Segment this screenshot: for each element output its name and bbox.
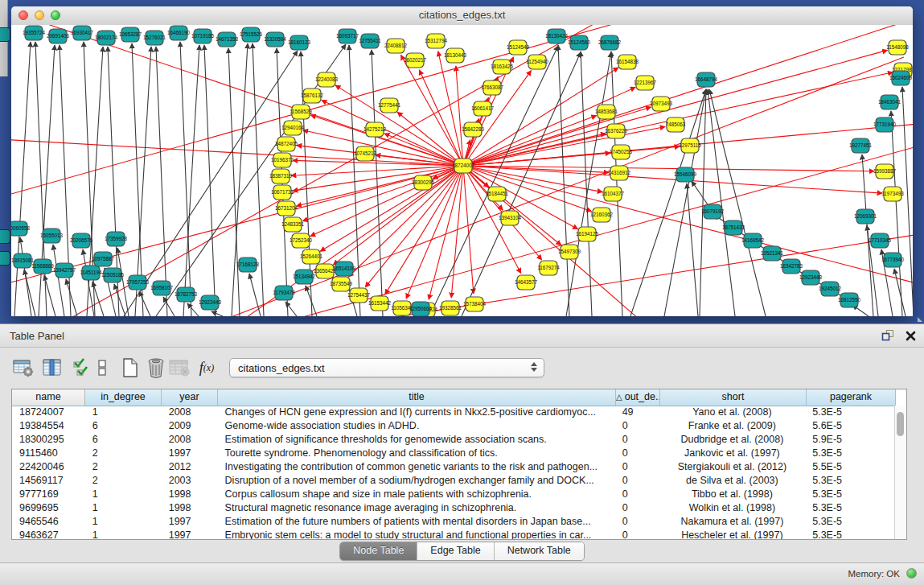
close-panel-icon[interactable] bbox=[906, 330, 916, 344]
cell-name[interactable]: 14569117 bbox=[12, 474, 85, 488]
graph-node[interactable]: 12483351 bbox=[281, 217, 305, 232]
graph-node[interactable]: 20206576 bbox=[70, 233, 93, 248]
graph-edge[interactable] bbox=[581, 51, 592, 316]
cell-title[interactable]: Estimation of significance thresholds fo… bbox=[218, 433, 615, 447]
graph-node[interactable]: 15876132 bbox=[301, 89, 324, 103]
cell-year[interactable]: 2008 bbox=[162, 433, 218, 447]
graph-node[interactable]: 16514109 bbox=[333, 262, 356, 276]
network-graph[interactable]: 1224008315876132115685291294016414872405… bbox=[11, 25, 913, 316]
cell-out_de[interactable]: 0 bbox=[615, 515, 659, 529]
graph-node[interactable]: 15024609 bbox=[889, 71, 913, 85]
graph-node[interactable]: 15134942 bbox=[293, 270, 316, 284]
graph-node[interactable]: 20060558 bbox=[11, 221, 30, 236]
graph-edge[interactable] bbox=[124, 51, 298, 316]
cell-short[interactable]: Nakamura et al. (1997) bbox=[659, 515, 806, 529]
graph-node[interactable]: 10521341 bbox=[761, 246, 784, 261]
graph-node[interactable]: 12754437 bbox=[347, 288, 371, 303]
cell-year[interactable]: 1998 bbox=[162, 501, 218, 515]
graph-node[interactable]: 11679274 bbox=[537, 261, 560, 275]
graph-node[interactable]: 11320584 bbox=[264, 32, 286, 47]
graph-node[interactable]: 14275212 bbox=[363, 122, 387, 137]
graph-node[interactable]: 14643577 bbox=[515, 275, 538, 290]
table-row[interactable]: 1872400712008Changes of HCN gene express… bbox=[12, 406, 894, 419]
graph-node[interactable]: 10653287 bbox=[119, 27, 142, 42]
show-columns-icon[interactable] bbox=[40, 356, 64, 380]
cell-in_degree[interactable]: 6 bbox=[85, 419, 162, 433]
graph-node[interactable]: 11451194 bbox=[80, 266, 102, 280]
graph-node[interactable]: 15312794 bbox=[425, 34, 448, 48]
cell-name[interactable]: 22420046 bbox=[12, 460, 85, 474]
cell-short[interactable]: de Silva et al. (2003) bbox=[659, 474, 806, 488]
graph-edge[interactable] bbox=[463, 166, 913, 290]
graph-node[interactable]: 15184451 bbox=[486, 187, 509, 201]
cell-name[interactable]: 18724007 bbox=[12, 406, 85, 419]
graph-node[interactable]: 14316912 bbox=[608, 166, 631, 180]
table-row[interactable]: 2242004622012Investigating the contribut… bbox=[12, 460, 894, 474]
float-panel-icon[interactable] bbox=[881, 329, 894, 344]
column-header-name[interactable]: name bbox=[12, 389, 85, 406]
cell-short[interactable]: Wolkin et al. (1998) bbox=[659, 501, 806, 515]
graph-node[interactable]: 22408812 bbox=[384, 39, 408, 53]
graph-node[interactable]: 12940164 bbox=[281, 121, 305, 135]
graph-node[interactable]: 15497309 bbox=[558, 245, 581, 259]
graph-node[interactable]: 18163425 bbox=[491, 60, 514, 74]
table-row[interactable]: 1830029562008Estimation of significance … bbox=[12, 433, 894, 447]
graph-node[interactable]: 16466190 bbox=[167, 26, 191, 40]
column-header-pagerank[interactable]: pagerank bbox=[807, 389, 896, 406]
cell-out_de[interactable]: 0 bbox=[615, 447, 659, 460]
cell-year[interactable]: 1997 bbox=[162, 515, 218, 529]
cell-out_de[interactable]: 0 bbox=[615, 529, 659, 539]
graph-edge[interactable] bbox=[419, 70, 463, 166]
graph-edge[interactable] bbox=[66, 279, 77, 316]
graph-node[interactable]: 10719185 bbox=[191, 29, 215, 43]
cell-name[interactable]: 9777169 bbox=[12, 488, 85, 501]
table-row[interactable]: 1456911722003Disruption of a novel membe… bbox=[12, 474, 894, 488]
graph-edge[interactable] bbox=[187, 303, 199, 316]
graph-node[interactable]: 18002174 bbox=[95, 31, 118, 45]
graph-node[interactable]: 7485063 bbox=[666, 117, 686, 132]
graph-node[interactable]: 26876682 bbox=[598, 35, 622, 50]
graph-node[interactable]: 15055013 bbox=[40, 229, 64, 243]
graph-edge[interactable] bbox=[139, 291, 150, 316]
cell-year[interactable]: 2008 bbox=[162, 406, 218, 419]
cell-pagerank[interactable]: 5.3E-5 bbox=[805, 406, 894, 419]
cell-pagerank[interactable]: 5.3E-5 bbox=[805, 501, 894, 515]
graph-edge[interactable] bbox=[891, 111, 902, 316]
graph-edge[interactable] bbox=[11, 138, 463, 166]
graph-node[interactable]: 18130443 bbox=[444, 48, 467, 63]
table-selector-dropdown[interactable]: citations_edges.txt bbox=[229, 358, 544, 377]
cell-pagerank[interactable]: 5.5E-5 bbox=[805, 460, 894, 474]
table-row[interactable]: 946362711997Embryonic stem cells: a mode… bbox=[12, 529, 894, 539]
graph-node[interactable]: 10196372 bbox=[271, 153, 294, 167]
graph-edge[interactable] bbox=[211, 311, 223, 316]
cell-year[interactable]: 1997 bbox=[162, 529, 218, 539]
graph-node[interactable]: 18160123 bbox=[288, 35, 311, 50]
graph-node[interactable]: 15546099 bbox=[674, 167, 697, 182]
graph-edge[interactable] bbox=[687, 183, 698, 316]
graph-node[interactable]: 16731204 bbox=[275, 201, 298, 216]
cell-out_de[interactable]: 0 bbox=[615, 433, 659, 447]
new-column-icon[interactable] bbox=[118, 356, 142, 380]
column-header-short[interactable]: short bbox=[660, 389, 807, 406]
graph-node[interactable]: 18724007 bbox=[452, 159, 475, 173]
graph-node[interactable]: 12755411 bbox=[359, 34, 381, 48]
graph-node[interactable]: 10973493 bbox=[650, 97, 673, 111]
graph-node[interactable]: 12069301 bbox=[854, 209, 877, 224]
cell-in_degree[interactable]: 6 bbox=[85, 433, 162, 447]
cell-in_degree[interactable]: 2 bbox=[85, 460, 162, 474]
graph-node[interactable]: 13915081 bbox=[11, 253, 34, 268]
graph-node[interactable]: 14169542 bbox=[741, 233, 765, 248]
cell-year[interactable]: 1998 bbox=[162, 488, 218, 501]
graph-node[interactable]: 18735549 bbox=[330, 277, 353, 291]
graph-node[interactable]: 18130424 bbox=[545, 29, 569, 43]
graph-node[interactable]: 19277451 bbox=[849, 138, 873, 153]
vertical-scrollbar[interactable] bbox=[894, 406, 906, 539]
graph-node[interactable]: 16061417 bbox=[471, 101, 495, 116]
graph-edge[interactable] bbox=[204, 45, 216, 316]
graph-node[interactable]: 17252340 bbox=[290, 233, 313, 248]
table-row[interactable]: 977716911998Corpus callosum shape and si… bbox=[12, 488, 894, 501]
unselect-all-icon[interactable] bbox=[90, 356, 114, 380]
graph-node[interactable]: 11568529 bbox=[290, 105, 312, 119]
cell-title[interactable]: Embryonic stem cells: a model to study s… bbox=[218, 529, 615, 539]
graph-node[interactable]: 12505185 bbox=[101, 268, 125, 282]
